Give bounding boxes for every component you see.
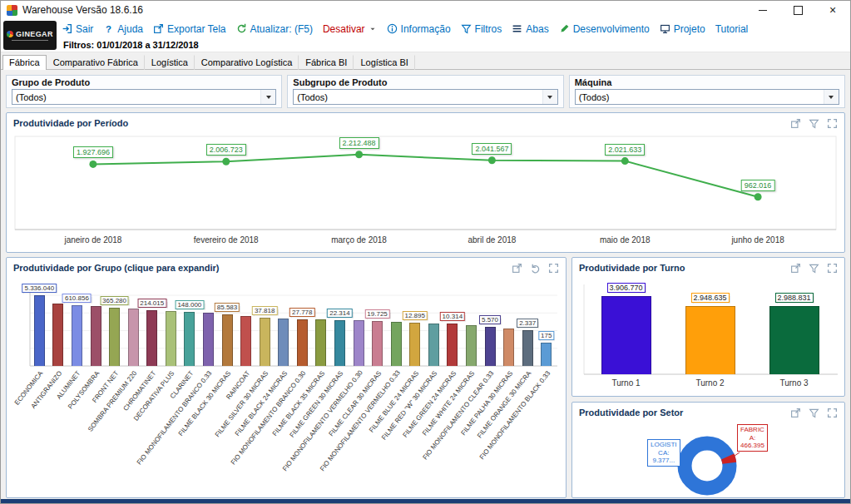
combo-value: (Todos) [297, 92, 328, 102]
grupo-bar-chart[interactable]: 5.336.040ECONOMICAANTIGRANIZO610.856ALUM… [7, 278, 566, 497]
app-header: GINEGAR Sair?AjudaExportar TelaAtualizar… [1, 19, 850, 52]
line-point[interactable] [89, 161, 96, 168]
export-icon[interactable] [790, 408, 801, 418]
periodo-line-chart[interactable]: 1.927.6962.006.7232.212.4882.041.5672.02… [7, 133, 844, 252]
toolbar-filtros[interactable]: Filtros [461, 23, 502, 35]
informacao-icon [387, 23, 398, 34]
bar-filme-silver-30-micras[interactable] [260, 318, 270, 366]
bar-fio-monofilamento-branco-0-30[interactable] [297, 319, 308, 366]
line-point[interactable] [488, 156, 496, 164]
bar-fio-monofilamento-vermelho-0-30[interactable] [354, 320, 364, 366]
combo-subgrupo-de-produto[interactable]: (Todos) [293, 89, 557, 105]
expand-icon[interactable] [827, 263, 838, 274]
bar-filme-palha-30-micras[interactable] [503, 329, 514, 366]
bar-front-net[interactable] [109, 308, 120, 366]
slice-label-fabrica: FABRIC A: 466.395 [737, 424, 768, 452]
bar-decorativa-plus[interactable] [166, 311, 176, 366]
grupo-panel-title: Produtividade por Grupo (clique para exp… [13, 263, 220, 273]
close-button[interactable]: × [815, 1, 850, 19]
bar-sombra-premium-220[interactable] [128, 309, 139, 366]
bar-fio-monofilamento-vermelho-0-33[interactable] [391, 322, 402, 366]
bar-filme-green-24-micras[interactable] [447, 324, 458, 366]
export-icon[interactable] [790, 118, 801, 129]
grupo-panel-header[interactable]: Produtividade por Grupo (clique para exp… [7, 258, 566, 278]
tab-fabrica[interactable]: Fábrica [2, 55, 47, 70]
periodo-panel-title: Produtividade por Período [13, 118, 128, 128]
bar-filme-white-24-micras[interactable] [466, 325, 477, 366]
tab-logistica-bi[interactable]: Logística BI [354, 55, 414, 70]
bar-filme-clear-30-micras[interactable] [372, 321, 383, 366]
combo-grupo-de-produto[interactable]: (Todos) [12, 89, 276, 105]
bar-clarinet[interactable] [184, 312, 195, 366]
ginegar-logo: GINEGAR [3, 21, 57, 50]
bar-fio-monofilamento-branco-0-33[interactable] [203, 313, 214, 366]
desativar-dropdown-caret-icon[interactable] [369, 25, 377, 33]
setor-panel-title: Produtividade por Setor [579, 408, 683, 418]
tab-fabrica-bi[interactable]: Fábrica BI [299, 55, 354, 70]
toolbar-desativar[interactable]: Desativar [323, 23, 377, 35]
turno-bar-chart[interactable]: 3.906.770Turno 12.948.635Turno 22.988.83… [572, 278, 844, 396]
toolbar-projeto[interactable]: Projeto [660, 23, 705, 35]
bar-fio-monofilamento-black-0-33[interactable] [541, 343, 552, 366]
atualizar-icon [236, 23, 247, 34]
x-axis-label: fevereiro de 2018 [194, 235, 259, 245]
toolbar-abas[interactable]: Abas [512, 23, 548, 35]
minimize-button[interactable] [745, 1, 780, 19]
toolbar-sair[interactable]: Sair [62, 23, 93, 35]
bar-antigranizo[interactable] [52, 304, 63, 367]
bar-turno-2[interactable] [685, 306, 735, 374]
bar-fio-monofilamento-clear-0-33[interactable] [485, 327, 496, 366]
combo-dropdown-arrow-icon[interactable] [260, 90, 275, 104]
combo-dropdown-arrow-icon[interactable] [542, 90, 557, 104]
bar-chromatinet[interactable] [146, 310, 157, 366]
bar-turno-1[interactable] [601, 296, 651, 374]
turno-panel-title: Produtividade por Turno [579, 263, 685, 273]
panel-produtividade-por-periodo: Produtividade por Período 1.927.6962.006… [6, 112, 845, 253]
expand-icon[interactable] [827, 408, 838, 418]
combo-maquina[interactable]: (Todos) [575, 89, 839, 105]
line-point[interactable] [621, 157, 629, 165]
tab-logistica[interactable]: Logística [145, 55, 195, 70]
donut-slice-fabrica[interactable] [728, 457, 730, 463]
line-point[interactable] [755, 193, 762, 200]
bar-value-label: 148.000 [175, 300, 204, 309]
export-icon[interactable] [790, 263, 801, 274]
bar-filme-red-w-30-micras[interactable] [428, 324, 439, 366]
combo-dropdown-arrow-icon[interactable] [824, 90, 839, 104]
line-point[interactable] [355, 151, 363, 158]
point-label: 1.927.696 [73, 146, 113, 158]
expand-icon[interactable] [548, 263, 559, 274]
bar-filme-black-24-micras[interactable] [278, 319, 289, 366]
tab-comparativo-logistica[interactable]: Comparativo Logística [195, 55, 299, 70]
bar-filme-orange-30-micra[interactable] [522, 330, 533, 366]
bar-value-label: 19.725 [364, 309, 389, 319]
expand-icon[interactable] [827, 118, 838, 129]
bar-filme-black-30-micras[interactable] [222, 314, 233, 366]
toolbar-desenvolvimento[interactable]: Desenvolvimento [559, 23, 650, 35]
bar-aluminet[interactable] [72, 305, 82, 366]
toolbar-informacao[interactable]: Informação [387, 23, 451, 35]
filter-icon[interactable] [809, 118, 819, 129]
filter-icon[interactable] [809, 408, 819, 418]
toolbar-ajuda[interactable]: ?Ajuda [103, 23, 143, 35]
toolbar-exportar-tela[interactable]: Exportar Tela [153, 23, 225, 35]
filter-icon[interactable] [809, 263, 819, 274]
bar-economica[interactable] [34, 295, 45, 366]
line-point[interactable] [222, 158, 230, 166]
bar-filme-blue-24-micras[interactable] [409, 323, 420, 366]
undo-icon[interactable] [530, 263, 541, 274]
bar-polysombra[interactable] [91, 306, 101, 366]
tab-comparativo-fabrica[interactable]: Comparativo Fábrica [47, 55, 145, 70]
toolbar-tutorial[interactable]: Tutorial [715, 23, 749, 35]
setor-donut-chart[interactable]: LOGISTI CA: 9.377...FABRIC A: 466.395 [572, 422, 844, 497]
export-icon[interactable] [512, 263, 522, 274]
bar-filme-black-35-micras[interactable] [315, 319, 326, 366]
toolbar-atualizar[interactable]: Atualizar: (F5) [236, 23, 313, 35]
bar-turno-3[interactable] [769, 306, 819, 374]
maximize-icon [794, 6, 803, 15]
bar-raincoat[interactable] [240, 316, 251, 366]
maximize-button[interactable] [780, 1, 815, 19]
projeto-icon [660, 23, 670, 34]
donut-slice-logistica[interactable] [685, 443, 730, 488]
bar-filme-green-30-micras[interactable] [334, 320, 345, 366]
